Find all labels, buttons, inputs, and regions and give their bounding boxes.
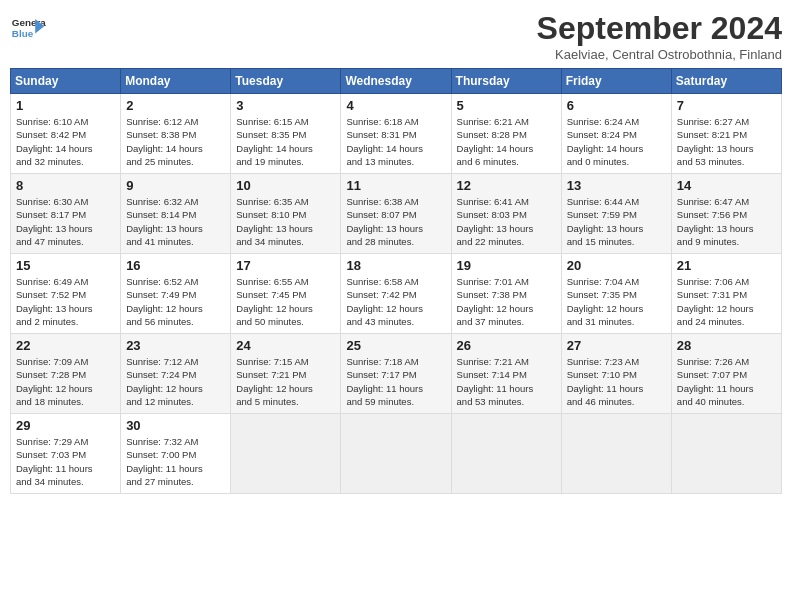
day-number: 29 [16, 418, 115, 433]
day-info: Sunrise: 6:35 AMSunset: 8:10 PMDaylight:… [236, 195, 335, 248]
header-tuesday: Tuesday [231, 69, 341, 94]
title-block: September 2024 Kaelviae, Central Ostrobo… [537, 10, 782, 62]
calendar-cell [451, 414, 561, 494]
day-number: 28 [677, 338, 776, 353]
day-info: Sunrise: 6:44 AMSunset: 7:59 PMDaylight:… [567, 195, 666, 248]
day-info: Sunrise: 7:04 AMSunset: 7:35 PMDaylight:… [567, 275, 666, 328]
calendar-cell [341, 414, 451, 494]
logo-icon: General Blue [10, 10, 46, 46]
calendar-cell: 27Sunrise: 7:23 AMSunset: 7:10 PMDayligh… [561, 334, 671, 414]
day-info: Sunrise: 6:10 AMSunset: 8:42 PMDaylight:… [16, 115, 115, 168]
calendar-body: 1Sunrise: 6:10 AMSunset: 8:42 PMDaylight… [11, 94, 782, 494]
day-number: 19 [457, 258, 556, 273]
calendar-cell: 17Sunrise: 6:55 AMSunset: 7:45 PMDayligh… [231, 254, 341, 334]
logo: General Blue [10, 10, 46, 46]
svg-text:Blue: Blue [12, 28, 34, 39]
day-number: 5 [457, 98, 556, 113]
header-wednesday: Wednesday [341, 69, 451, 94]
calendar-cell: 9Sunrise: 6:32 AMSunset: 8:14 PMDaylight… [121, 174, 231, 254]
day-number: 22 [16, 338, 115, 353]
day-info: Sunrise: 6:15 AMSunset: 8:35 PMDaylight:… [236, 115, 335, 168]
calendar-subtitle: Kaelviae, Central Ostrobothnia, Finland [537, 47, 782, 62]
day-number: 16 [126, 258, 225, 273]
day-number: 9 [126, 178, 225, 193]
day-number: 1 [16, 98, 115, 113]
header-friday: Friday [561, 69, 671, 94]
day-info: Sunrise: 6:24 AMSunset: 8:24 PMDaylight:… [567, 115, 666, 168]
day-info: Sunrise: 7:06 AMSunset: 7:31 PMDaylight:… [677, 275, 776, 328]
calendar-cell: 20Sunrise: 7:04 AMSunset: 7:35 PMDayligh… [561, 254, 671, 334]
calendar-cell: 25Sunrise: 7:18 AMSunset: 7:17 PMDayligh… [341, 334, 451, 414]
calendar-cell: 24Sunrise: 7:15 AMSunset: 7:21 PMDayligh… [231, 334, 341, 414]
day-number: 24 [236, 338, 335, 353]
calendar-cell: 8Sunrise: 6:30 AMSunset: 8:17 PMDaylight… [11, 174, 121, 254]
calendar-cell: 7Sunrise: 6:27 AMSunset: 8:21 PMDaylight… [671, 94, 781, 174]
day-info: Sunrise: 7:18 AMSunset: 7:17 PMDaylight:… [346, 355, 445, 408]
day-number: 13 [567, 178, 666, 193]
day-number: 11 [346, 178, 445, 193]
day-info: Sunrise: 6:12 AMSunset: 8:38 PMDaylight:… [126, 115, 225, 168]
day-info: Sunrise: 6:18 AMSunset: 8:31 PMDaylight:… [346, 115, 445, 168]
calendar-cell: 11Sunrise: 6:38 AMSunset: 8:07 PMDayligh… [341, 174, 451, 254]
day-number: 25 [346, 338, 445, 353]
day-number: 2 [126, 98, 225, 113]
calendar-cell: 23Sunrise: 7:12 AMSunset: 7:24 PMDayligh… [121, 334, 231, 414]
day-number: 27 [567, 338, 666, 353]
day-info: Sunrise: 6:55 AMSunset: 7:45 PMDaylight:… [236, 275, 335, 328]
day-info: Sunrise: 6:27 AMSunset: 8:21 PMDaylight:… [677, 115, 776, 168]
header-saturday: Saturday [671, 69, 781, 94]
day-number: 12 [457, 178, 556, 193]
calendar-cell: 12Sunrise: 6:41 AMSunset: 8:03 PMDayligh… [451, 174, 561, 254]
calendar-cell: 13Sunrise: 6:44 AMSunset: 7:59 PMDayligh… [561, 174, 671, 254]
header-sunday: Sunday [11, 69, 121, 94]
day-info: Sunrise: 7:23 AMSunset: 7:10 PMDaylight:… [567, 355, 666, 408]
week-row-5: 29Sunrise: 7:29 AMSunset: 7:03 PMDayligh… [11, 414, 782, 494]
header-monday: Monday [121, 69, 231, 94]
calendar-cell: 18Sunrise: 6:58 AMSunset: 7:42 PMDayligh… [341, 254, 451, 334]
day-info: Sunrise: 6:52 AMSunset: 7:49 PMDaylight:… [126, 275, 225, 328]
header-thursday: Thursday [451, 69, 561, 94]
day-info: Sunrise: 6:32 AMSunset: 8:14 PMDaylight:… [126, 195, 225, 248]
day-number: 15 [16, 258, 115, 273]
calendar-cell: 16Sunrise: 6:52 AMSunset: 7:49 PMDayligh… [121, 254, 231, 334]
day-number: 8 [16, 178, 115, 193]
day-number: 26 [457, 338, 556, 353]
day-info: Sunrise: 6:58 AMSunset: 7:42 PMDaylight:… [346, 275, 445, 328]
calendar-cell: 15Sunrise: 6:49 AMSunset: 7:52 PMDayligh… [11, 254, 121, 334]
day-number: 21 [677, 258, 776, 273]
calendar-cell: 30Sunrise: 7:32 AMSunset: 7:00 PMDayligh… [121, 414, 231, 494]
day-info: Sunrise: 7:29 AMSunset: 7:03 PMDaylight:… [16, 435, 115, 488]
day-number: 23 [126, 338, 225, 353]
day-info: Sunrise: 7:21 AMSunset: 7:14 PMDaylight:… [457, 355, 556, 408]
calendar-cell: 1Sunrise: 6:10 AMSunset: 8:42 PMDaylight… [11, 94, 121, 174]
week-row-3: 15Sunrise: 6:49 AMSunset: 7:52 PMDayligh… [11, 254, 782, 334]
day-number: 30 [126, 418, 225, 433]
day-info: Sunrise: 6:47 AMSunset: 7:56 PMDaylight:… [677, 195, 776, 248]
calendar-cell [671, 414, 781, 494]
day-info: Sunrise: 6:21 AMSunset: 8:28 PMDaylight:… [457, 115, 556, 168]
page-header: General Blue September 2024 Kaelviae, Ce… [10, 10, 782, 62]
calendar-cell: 14Sunrise: 6:47 AMSunset: 7:56 PMDayligh… [671, 174, 781, 254]
calendar-title: September 2024 [537, 10, 782, 47]
calendar-cell: 29Sunrise: 7:29 AMSunset: 7:03 PMDayligh… [11, 414, 121, 494]
day-number: 10 [236, 178, 335, 193]
day-info: Sunrise: 7:26 AMSunset: 7:07 PMDaylight:… [677, 355, 776, 408]
calendar-cell: 6Sunrise: 6:24 AMSunset: 8:24 PMDaylight… [561, 94, 671, 174]
day-number: 14 [677, 178, 776, 193]
calendar-cell: 19Sunrise: 7:01 AMSunset: 7:38 PMDayligh… [451, 254, 561, 334]
day-info: Sunrise: 7:09 AMSunset: 7:28 PMDaylight:… [16, 355, 115, 408]
week-row-4: 22Sunrise: 7:09 AMSunset: 7:28 PMDayligh… [11, 334, 782, 414]
calendar-cell: 10Sunrise: 6:35 AMSunset: 8:10 PMDayligh… [231, 174, 341, 254]
day-number: 6 [567, 98, 666, 113]
week-row-2: 8Sunrise: 6:30 AMSunset: 8:17 PMDaylight… [11, 174, 782, 254]
calendar-cell: 21Sunrise: 7:06 AMSunset: 7:31 PMDayligh… [671, 254, 781, 334]
calendar-cell: 28Sunrise: 7:26 AMSunset: 7:07 PMDayligh… [671, 334, 781, 414]
header-row: Sunday Monday Tuesday Wednesday Thursday… [11, 69, 782, 94]
calendar-header: Sunday Monday Tuesday Wednesday Thursday… [11, 69, 782, 94]
day-number: 7 [677, 98, 776, 113]
calendar-cell [231, 414, 341, 494]
calendar-cell: 22Sunrise: 7:09 AMSunset: 7:28 PMDayligh… [11, 334, 121, 414]
day-number: 18 [346, 258, 445, 273]
day-info: Sunrise: 6:30 AMSunset: 8:17 PMDaylight:… [16, 195, 115, 248]
day-info: Sunrise: 6:49 AMSunset: 7:52 PMDaylight:… [16, 275, 115, 328]
